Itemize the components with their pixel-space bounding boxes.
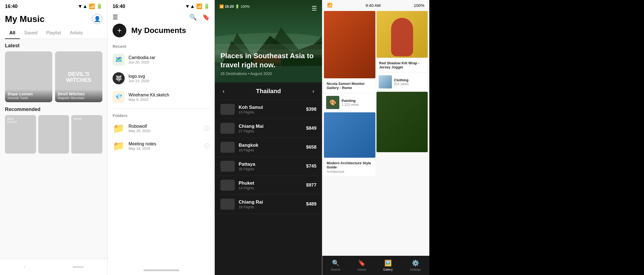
gallery-thumb-painting: 🎨 <box>326 96 339 109</box>
flight-dest-0: Koh Samui <box>239 105 302 110</box>
gallery-panel: 📶 9:40 AM 100% Nicola Samori Monitor Gal… <box>322 0 429 275</box>
nav-item-gallery[interactable]: 🖼️ Gallery <box>383 260 393 271</box>
gallery-thumb-title-clothing: Clothing <box>394 78 409 82</box>
gallery-thumb-row-painting[interactable]: 🎨 Painting 1,123 views <box>324 94 375 111</box>
flight-item-5[interactable]: Chiang Rai 18 Flights $489 <box>215 195 322 214</box>
folder-item-robowolf[interactable]: 📁 Robowolf May 25, 2020 ⓘ <box>108 120 215 137</box>
prev-destination-button[interactable]: ‹ <box>220 87 227 95</box>
docs-toolbar: ☰ 🔍 🔖 <box>108 12 215 24</box>
file-item-logo[interactable]: 🐺 logo.svg Jun 13, 2020 <box>108 69 215 88</box>
rec-card-0[interactable]: MindControl <box>5 115 36 154</box>
gallery-sub-architecture: Architecture <box>327 170 373 174</box>
tab-all[interactable]: All <box>5 27 20 39</box>
flight-info-3: Pattaya 35 Flights <box>239 162 302 171</box>
nav-label-gallery: Gallery <box>383 268 393 271</box>
gallery-thumb-title-painting: Painting <box>342 99 359 103</box>
nav-item-search[interactable]: 🔍 Search <box>331 260 340 271</box>
bookmark-icon[interactable]: 🔖 <box>202 14 210 21</box>
flight-info-1: Chiang Mai 27 Flights <box>239 124 302 133</box>
gallery-item-architecture[interactable] <box>324 112 375 158</box>
gallery-item-nicola[interactable] <box>324 11 375 78</box>
folder-meta-robowolf: Robowolf May 25, 2020 <box>129 124 200 133</box>
flight-item-4[interactable]: Phuket 14 Flights $977 <box>215 176 322 195</box>
flight-price-4: $977 <box>306 182 316 188</box>
tab-artists[interactable]: Artists <box>66 27 87 39</box>
flight-item-3[interactable]: Pattaya 35 Flights $745 <box>215 157 322 176</box>
folder-name-0: Robowolf <box>129 124 200 129</box>
flight-price-3: $745 <box>306 163 316 169</box>
file-item-sketch[interactable]: 💎 Wireframe Kit.sketch May 9, 2020 <box>108 88 215 106</box>
nav-item-saved[interactable]: 🔖 Saved <box>358 260 366 271</box>
flight-dest-1: Chiang Mai <box>239 124 302 129</box>
album-card-dope-lemon[interactable]: Dope Lemon Hounds Tooth <box>5 51 52 102</box>
album-card-devil-witches[interactable]: DEVIL'SWITCHES Devil Witches Majestic Mo… <box>55 51 102 102</box>
nav-arrow-left[interactable]: ‹ <box>24 264 25 270</box>
flight-price-2: $658 <box>306 145 316 150</box>
status-battery-4: 100% <box>414 3 424 8</box>
flight-count-5: 18 Flights <box>239 205 302 209</box>
file-name-2: Wireframe Kit.sketch <box>129 93 210 98</box>
add-button[interactable]: + <box>113 24 126 37</box>
travel-panel: 📶 15:20 🔋 100% ☰ Places in Southeast Asi… <box>215 0 322 275</box>
music-header: My Music 👤 <box>0 12 107 27</box>
rec-card-2[interactable]: Morph <box>71 115 102 154</box>
gallery-item-forest[interactable] <box>376 92 428 152</box>
hamburger-icon[interactable]: ☰ <box>113 14 118 21</box>
user-avatar[interactable]: 👤 <box>92 14 102 24</box>
file-date-1: Jun 13, 2020 <box>129 79 210 83</box>
hero-content: Places in Southeast Asia to travel right… <box>220 51 316 76</box>
flight-dest-2: Bangkok <box>239 143 302 148</box>
music-content: Latest Dope Lemon Hounds Tooth DEVIL'SWI… <box>0 39 107 265</box>
section-recommended: Recommended <box>3 107 105 115</box>
status-time-2: 16:40 <box>113 4 125 9</box>
status-bar-3: 📶 15:20 🔋 100% <box>219 4 250 9</box>
flight-item-0[interactable]: Koh Samui 13 Flights $398 <box>215 100 322 119</box>
folder-item-meeting[interactable]: 📁 Meeting notes May 18, 2020 ⓘ <box>108 137 215 155</box>
file-icon-sketch: 💎 <box>113 91 125 103</box>
recommended-grid: MindControl Morph <box>3 115 105 154</box>
flight-count-0: 13 Flights <box>239 110 302 114</box>
file-item-cambodia[interactable]: 🗺️ Cambodia.rar Jun 20, 2020 <box>108 50 215 69</box>
scroll-indicator <box>73 266 84 268</box>
my-documents-panel: 16:40 ▼▲ 📶 🔋 ☰ 🔍 🔖 + My Documents Recent… <box>107 0 215 275</box>
flight-thumb-4 <box>220 180 235 191</box>
flight-item-2[interactable]: Bangkok 18 Flights $658 <box>215 138 322 157</box>
status-icons-1: ▼▲ 📶 🔋 <box>78 3 102 9</box>
search-icon[interactable]: 🔍 <box>189 14 197 21</box>
info-icon-0[interactable]: ⓘ <box>204 125 210 132</box>
file-name-0: Cambodia.rar <box>129 55 210 60</box>
destination-nav: ‹ Thailand › <box>215 82 322 100</box>
artist-name-2: Majestic Mountain <box>58 96 100 100</box>
flight-info-5: Chiang Rai 18 Flights <box>239 199 302 209</box>
gallery-thumb-views-painting: 1,123 views <box>342 103 359 107</box>
flight-count-3: 35 Flights <box>239 167 302 171</box>
gallery-thumb-text-painting: Painting 1,123 views <box>342 99 359 107</box>
flight-thumb-1 <box>220 123 235 134</box>
page-title: My Music <box>5 14 45 24</box>
tab-saved[interactable]: Saved <box>20 27 42 39</box>
hero-section: 📶 15:20 🔋 100% ☰ Places in Southeast Asi… <box>215 0 322 82</box>
folder-date-0: May 25, 2020 <box>129 129 200 133</box>
menu-icon[interactable]: ☰ <box>312 5 317 12</box>
gallery-article-nicola: Nicola Samori Monitor Gallery - Rome <box>324 79 375 93</box>
folder-icon-1: 📁 <box>113 140 125 151</box>
tab-playlist[interactable]: Playlist <box>42 27 66 39</box>
nav-item-settings[interactable]: ⚙️ Settings <box>410 260 421 271</box>
gallery-icon: 🖼️ <box>384 260 392 267</box>
next-destination-button[interactable]: › <box>310 87 316 95</box>
info-icon-1[interactable]: ⓘ <box>204 142 210 150</box>
search-icon: 🔍 <box>332 260 339 267</box>
gallery-title-architecture: Modern Architecture Style Guide <box>327 161 373 169</box>
rec-card-1[interactable] <box>38 115 69 154</box>
flight-info-0: Koh Samui 13 Flights <box>239 105 302 114</box>
gallery-bottom-nav: 🔍 Search 🔖 Saved 🖼️ Gallery ⚙️ Settings <box>322 256 429 275</box>
nav-label-settings: Settings <box>410 268 421 271</box>
folder-date-1: May 18, 2020 <box>129 146 200 151</box>
gallery-item-woman-red[interactable] <box>376 11 428 58</box>
flight-list: Koh Samui 13 Flights $398 Chiang Mai 27 … <box>215 100 322 214</box>
flight-item-1[interactable]: Chiang Mai 27 Flights $849 <box>215 119 322 138</box>
saved-icon: 🔖 <box>358 260 365 267</box>
gallery-thumb-row-clothing[interactable]: Clothing 914 views <box>376 73 428 91</box>
hero-title: Places in Southeast Asia to travel right… <box>220 51 316 69</box>
section-recent-label: Recent <box>108 42 215 50</box>
